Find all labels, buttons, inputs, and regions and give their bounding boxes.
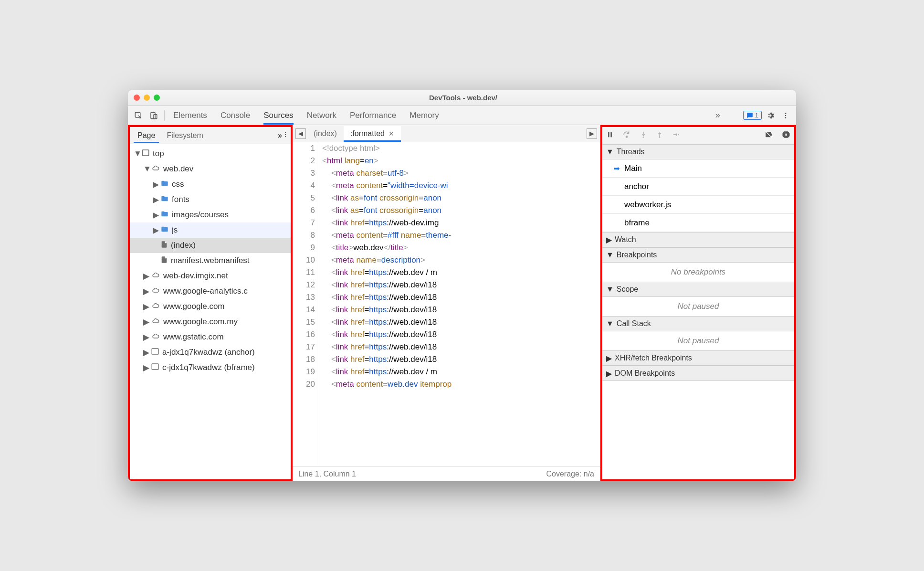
section-header[interactable]: ▶DOM Breakpoints <box>602 366 794 381</box>
navigator-subtabs: PageFilesystem » <box>130 127 291 144</box>
subtab-page[interactable]: Page <box>132 128 161 143</box>
thread-row[interactable]: bframe <box>602 214 794 232</box>
expand-arrow-icon[interactable]: ▶ <box>153 180 158 190</box>
main-content: PageFilesystem » ▼top▼web.dev▶css▶fonts▶… <box>128 125 796 481</box>
disclosure-icon: ▼ <box>606 285 614 294</box>
thread-row[interactable]: webworker.js <box>602 196 794 214</box>
tab-network[interactable]: Network <box>307 107 336 124</box>
close-icon[interactable] <box>134 95 140 101</box>
expand-arrow-icon[interactable]: ▶ <box>143 286 148 296</box>
subtab-filesystem[interactable]: Filesystem <box>161 128 209 143</box>
tree-item[interactable]: ▶www.gstatic.com <box>130 329 291 345</box>
tree-item[interactable]: ▶c-jdx1q7kwadwz (bframe) <box>130 360 291 375</box>
tab-performance[interactable]: Performance <box>350 107 396 124</box>
section-header[interactable]: ▶XHR/fetch Breakpoints <box>602 350 794 366</box>
tree-item[interactable]: ▶www.google.com <box>130 299 291 314</box>
disclosure-icon: ▼ <box>606 251 614 259</box>
section-header[interactable]: ▼Call Stack <box>602 316 794 331</box>
minimize-icon[interactable] <box>144 95 150 101</box>
debugger-toolbar <box>602 127 794 144</box>
navigator-pane: PageFilesystem » ▼top▼web.dev▶css▶fonts▶… <box>128 125 293 481</box>
disclosure-icon: ▶ <box>606 369 612 378</box>
maximize-icon[interactable] <box>154 95 160 101</box>
debugger-pane: ▼Threads➡Mainanchorwebworker.jsbframe▶Wa… <box>600 125 796 481</box>
file-tree[interactable]: ▼top▼web.dev▶css▶fonts▶images/courses▶js… <box>130 144 291 479</box>
expand-arrow-icon[interactable]: ▶ <box>153 195 158 205</box>
tree-item-label: www.google.com.my <box>163 317 289 327</box>
svg-point-7 <box>285 134 286 135</box>
tab-memory[interactable]: Memory <box>410 107 439 124</box>
svg-rect-12 <box>608 132 609 137</box>
expand-arrow-icon[interactable]: ▶ <box>143 271 148 281</box>
pause-on-exceptions-icon[interactable] <box>782 130 790 141</box>
tree-item[interactable]: ▼web.dev <box>130 161 291 177</box>
thread-row[interactable]: anchor <box>602 178 794 196</box>
expand-arrow-icon[interactable]: ▶ <box>143 317 148 327</box>
issues-badge[interactable]: 1 <box>743 111 762 120</box>
tree-item-label: images/courses <box>172 210 289 220</box>
section-header[interactable]: ▼Threads <box>602 144 794 159</box>
expand-arrow-icon[interactable]: ▶ <box>143 302 148 312</box>
tree-item-label: manifest.webmanifest <box>171 256 289 265</box>
expand-arrow-icon[interactable]: ▶ <box>153 210 158 220</box>
tree-item-label: c-jdx1q7kwadwz (bframe) <box>162 363 289 372</box>
tree-item[interactable]: ▶a-jdx1q7kwadwz (anchor) <box>130 345 291 360</box>
svg-point-16 <box>659 137 661 138</box>
kebab-menu-icon[interactable] <box>779 109 792 122</box>
tree-item[interactable]: ▶js <box>130 222 291 238</box>
tree-item-label: web.dev <box>163 164 289 174</box>
thread-name: webworker.js <box>624 200 671 210</box>
file-tab[interactable]: :formatted✕ <box>344 126 401 141</box>
pause-icon[interactable] <box>606 131 614 140</box>
cursor-position: Line 1, Column 1 <box>298 470 356 478</box>
expand-arrow-icon[interactable]: ▼ <box>143 164 148 174</box>
settings-icon[interactable] <box>764 109 777 122</box>
next-file-icon[interactable]: ▶ <box>587 128 597 139</box>
prev-file-icon[interactable]: ◀ <box>295 128 306 139</box>
thread-row[interactable]: ➡Main <box>602 159 794 178</box>
close-tab-icon[interactable]: ✕ <box>388 130 394 137</box>
expand-arrow-icon[interactable]: ▶ <box>143 363 148 373</box>
frame-icon <box>151 362 159 373</box>
section-header[interactable]: ▼Scope <box>602 282 794 297</box>
section-empty-message: Not paused <box>602 331 794 350</box>
tree-item[interactable]: ▶images/courses <box>130 207 291 222</box>
file-tab[interactable]: (index) <box>307 126 344 141</box>
tree-item[interactable]: ▶fonts <box>130 192 291 207</box>
overflow-icon[interactable]: » <box>715 110 720 120</box>
section-title: Watch <box>615 235 636 244</box>
tab-console[interactable]: Console <box>220 107 250 124</box>
folder-icon <box>160 195 169 205</box>
tree-item[interactable]: (index) <box>130 238 291 253</box>
step-over-icon[interactable] <box>622 130 631 141</box>
folder-icon <box>160 210 169 220</box>
step-icon[interactable] <box>672 131 680 140</box>
section-header[interactable]: ▼Breakpoints <box>602 247 794 263</box>
deactivate-breakpoints-icon[interactable] <box>765 130 773 141</box>
step-into-icon[interactable] <box>640 131 647 140</box>
step-out-icon[interactable] <box>656 131 663 140</box>
expand-arrow-icon[interactable]: ▶ <box>143 348 148 358</box>
issues-count: 1 <box>755 112 758 119</box>
tree-item[interactable]: ▶css <box>130 177 291 192</box>
inspect-element-icon[interactable] <box>132 109 145 122</box>
overflow-icon[interactable]: » <box>278 131 282 140</box>
tab-sources[interactable]: Sources <box>263 107 293 124</box>
svg-rect-13 <box>610 132 612 137</box>
expand-arrow-icon[interactable]: ▶ <box>153 225 158 235</box>
tree-item[interactable]: ▶www.google-analytics.c <box>130 284 291 299</box>
tab-elements[interactable]: Elements <box>173 107 207 124</box>
tree-item[interactable]: manifest.webmanifest <box>130 253 291 268</box>
device-toolbar-icon[interactable] <box>147 109 160 122</box>
expand-arrow-icon[interactable]: ▼ <box>134 149 138 159</box>
tree-item[interactable]: ▶web-dev.imgix.net <box>130 268 291 284</box>
expand-arrow-icon[interactable]: ▶ <box>143 332 148 342</box>
tree-item[interactable]: ▶www.google.com.my <box>130 314 291 329</box>
tree-item[interactable]: ▼top <box>130 146 291 161</box>
code-content[interactable]: <!doctype html><html lang=en> <meta char… <box>319 142 600 466</box>
svg-point-3 <box>785 113 787 114</box>
code-editor[interactable]: 1234567891011121314151617181920 <!doctyp… <box>293 142 600 466</box>
section-header[interactable]: ▶Watch <box>602 232 794 247</box>
svg-rect-9 <box>142 150 149 156</box>
kebab-menu-icon[interactable] <box>282 131 289 140</box>
